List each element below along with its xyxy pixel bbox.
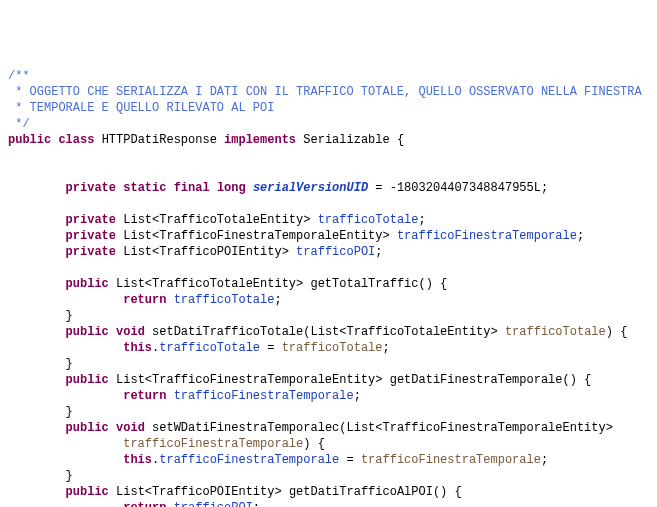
keyword-long: long xyxy=(217,181,246,195)
param-ref: trafficoFinestraTemporale xyxy=(361,453,541,467)
field-ref: trafficoFinestraTemporale xyxy=(159,453,339,467)
field-ref: trafficoPOI xyxy=(174,501,253,507)
keyword-private: private xyxy=(66,213,116,227)
keyword-class: class xyxy=(58,133,94,147)
field-tt: trafficoTotale xyxy=(318,213,419,227)
keyword-void: void xyxy=(116,421,145,435)
return-type: List<TrafficoPOIEntity> xyxy=(116,485,282,499)
keyword-public: public xyxy=(66,277,109,291)
field-serialversionuid: serialVersionUID xyxy=(253,181,368,195)
field-tft: trafficoFinestraTemporale xyxy=(397,229,577,243)
type-tt: List<TrafficoTotaleEntity> xyxy=(123,213,310,227)
field-ref: trafficoFinestraTemporale xyxy=(174,389,354,403)
keyword-public: public xyxy=(66,373,109,387)
param-type: List<TrafficoFinestraTemporaleEntity> xyxy=(346,421,612,435)
keyword-void: void xyxy=(116,325,145,339)
param-ref: trafficoTotale xyxy=(282,341,383,355)
keyword-public: public xyxy=(66,325,109,339)
type-tpoi: List<TrafficoPOIEntity> xyxy=(123,245,289,259)
class-name: HTTPDatiResponse xyxy=(102,133,217,147)
method-name: setWDatiFinestraTemporalec xyxy=(152,421,339,435)
keyword-this: this xyxy=(123,341,152,355)
keyword-return: return xyxy=(123,389,166,403)
method-name: getDatiFinestraTemporale xyxy=(390,373,563,387)
suid-value: -1803204407348847955L xyxy=(390,181,541,195)
field-ref: trafficoTotale xyxy=(174,293,275,307)
keyword-public: public xyxy=(66,421,109,435)
keyword-final: final xyxy=(174,181,210,195)
keyword-public: public xyxy=(66,485,109,499)
param-type: List<TrafficoTotaleEntity> xyxy=(310,325,497,339)
method-name: setDatiTrafficoTotale xyxy=(152,325,303,339)
return-type: List<TrafficoTotaleEntity> xyxy=(116,277,303,291)
javadoc-line: * OGGETTO CHE SERIALIZZA I DATI CON IL T… xyxy=(8,85,642,99)
field-ref: trafficoTotale xyxy=(159,341,260,355)
method-name: getDatiTrafficoAlPOI xyxy=(289,485,433,499)
keyword-static: static xyxy=(123,181,166,195)
param-name: trafficoTotale xyxy=(505,325,606,339)
keyword-this: this xyxy=(123,453,152,467)
javadoc-line: /** xyxy=(8,69,30,83)
code-block: /** * OGGETTO CHE SERIALIZZA I DATI CON … xyxy=(8,68,649,507)
keyword-implements: implements xyxy=(224,133,296,147)
keyword-private: private xyxy=(66,181,116,195)
type-tft: List<TrafficoFinestraTemporaleEntity> xyxy=(123,229,389,243)
keyword-private: private xyxy=(66,229,116,243)
field-tpoi: trafficoPOI xyxy=(296,245,375,259)
keyword-private: private xyxy=(66,245,116,259)
keyword-public: public xyxy=(8,133,51,147)
javadoc-line: * TEMPORALE E QUELLO RILEVATO AL POI xyxy=(8,101,274,115)
return-type: List<TrafficoFinestraTemporaleEntity> xyxy=(116,373,382,387)
param-name: trafficoFinestraTemporale xyxy=(123,437,303,451)
method-name: getTotalTraffic xyxy=(310,277,418,291)
keyword-return: return xyxy=(123,501,166,507)
keyword-return: return xyxy=(123,293,166,307)
javadoc-line: */ xyxy=(8,117,30,131)
interface-name: Serializable xyxy=(303,133,389,147)
